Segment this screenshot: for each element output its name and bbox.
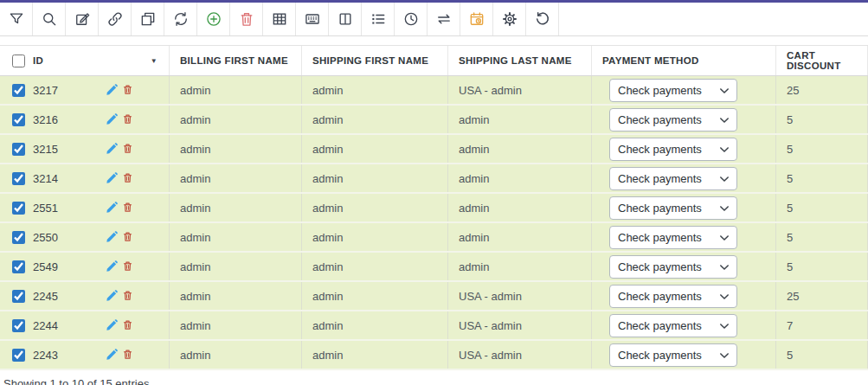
row-checkbox[interactable] (12, 202, 25, 215)
delete-row-icon[interactable] (122, 113, 133, 125)
shipping-first-name: admin (302, 76, 448, 104)
row-checkbox[interactable] (12, 290, 25, 303)
toolbar-button-list-view[interactable] (362, 3, 395, 35)
toolbar-button-table-view[interactable] (263, 3, 296, 35)
delete-row-icon[interactable] (122, 319, 133, 330)
shipping-first-name: admin (302, 106, 448, 133)
shipping-last-name: admin (448, 164, 592, 192)
edit-row-icon[interactable] (106, 201, 119, 214)
row-checkbox[interactable] (12, 113, 25, 126)
row-checkbox[interactable] (12, 349, 25, 362)
gear-icon (501, 10, 518, 28)
payment-method-select[interactable]: Check payments (609, 138, 737, 161)
column-header-shipping-last-name[interactable]: SHIPPING LAST NAME (448, 46, 592, 75)
delete-row-icon[interactable] (122, 172, 133, 183)
payment-method-select[interactable]: Check payments (609, 167, 737, 190)
billing-first-name: admin (170, 194, 302, 221)
edit-row-icon[interactable] (106, 112, 119, 125)
toolbar-button-settings[interactable] (493, 3, 526, 35)
edit-row-icon[interactable] (106, 260, 119, 273)
payment-method-cell: Check payments (592, 135, 776, 163)
cart-discount: 5 (776, 341, 868, 369)
row-checkbox[interactable] (12, 84, 25, 97)
orders-table: ID ▼ BILLING FIRST NAME SHIPPING FIRST N… (0, 45, 868, 370)
edit-row-icon[interactable] (106, 230, 119, 243)
row-id: 2551 (33, 202, 58, 215)
payment-method-select[interactable]: Check payments (609, 196, 737, 220)
id-cell: 3216 (0, 106, 170, 133)
payment-method-select[interactable]: Check payments (609, 343, 737, 367)
edit-row-icon[interactable] (106, 83, 119, 96)
payment-method-select[interactable]: Check payments (609, 314, 737, 337)
delete-row-icon[interactable] (122, 260, 133, 272)
shipping-last-name: admin (448, 135, 592, 163)
column-header-cart-discount[interactable]: CART DISCOUNT (776, 46, 868, 75)
toolbar-button-duplicate[interactable] (132, 3, 164, 35)
delete-row-icon[interactable] (122, 143, 133, 154)
delete-row-icon[interactable] (122, 202, 133, 213)
swap-arrows-icon (435, 10, 453, 28)
cart-discount: 25 (776, 76, 868, 104)
payment-method-select[interactable]: Check payments (609, 285, 737, 308)
edit-row-icon[interactable] (106, 348, 119, 361)
shipping-last-name: USA - admin (448, 311, 592, 339)
toolbar-button-history[interactable] (395, 3, 428, 35)
edit-row-icon[interactable] (106, 318, 119, 331)
row-id: 2244 (33, 319, 58, 332)
id-cell: 2549 (0, 253, 170, 280)
toolbar-button-link[interactable] (99, 3, 132, 35)
column-header-id[interactable]: ID ▼ (0, 46, 170, 75)
shipping-last-name: USA - admin (448, 341, 592, 369)
row-checkbox[interactable] (12, 143, 25, 156)
billing-first-name: admin (170, 253, 302, 280)
delete-row-icon[interactable] (122, 231, 133, 242)
edit-row-icon[interactable] (106, 142, 119, 155)
filter-icon (8, 10, 25, 28)
payment-method-cell: Check payments (592, 223, 776, 251)
row-checkbox[interactable] (12, 231, 25, 244)
delete-row-icon[interactable] (122, 290, 133, 301)
row-checkbox[interactable] (12, 319, 25, 332)
toolbar-button-inline-edit[interactable] (296, 3, 329, 35)
clock-icon (402, 10, 420, 28)
column-header-payment-method[interactable]: PAYMENT METHOD (592, 46, 776, 75)
delete-row-icon[interactable] (122, 84, 133, 95)
toolbar-button-filter[interactable] (0, 3, 33, 35)
shipping-first-name: admin (302, 311, 448, 339)
payment-method-select[interactable]: Check payments (609, 255, 737, 279)
toolbar-button-compare[interactable] (428, 3, 460, 35)
select-all-checkbox[interactable] (12, 55, 25, 67)
column-header-shipping-first-name[interactable]: SHIPPING FIRST NAME (302, 46, 448, 75)
toolbar-button-search[interactable] (33, 3, 66, 35)
edit-row-icon[interactable] (106, 171, 119, 184)
link-icon (106, 10, 124, 28)
billing-first-name: admin (170, 76, 302, 104)
payment-method-select[interactable]: Check payments (609, 79, 737, 102)
edit-icon (74, 10, 91, 28)
column-header-billing-first-name[interactable]: BILLING FIRST NAME (170, 46, 302, 75)
row-checkbox[interactable] (12, 172, 25, 185)
billing-first-name: admin (170, 341, 302, 369)
toolbar-button-edit[interactable] (66, 3, 99, 35)
table-row: 2245 admin admin USA - admin Check payme… (0, 282, 868, 311)
cart-discount: 5 (776, 135, 868, 163)
payment-method-cell: Check payments (592, 106, 776, 133)
toolbar-button-delete[interactable] (230, 3, 263, 35)
delete-row-icon[interactable] (122, 349, 133, 360)
payment-method-select[interactable]: Check payments (609, 108, 737, 132)
edit-row-icon[interactable] (106, 289, 119, 302)
sort-descending-icon[interactable]: ▼ (151, 57, 158, 65)
row-id: 3216 (33, 113, 58, 126)
toolbar-button-refresh[interactable] (164, 3, 197, 35)
row-id: 2243 (33, 349, 58, 362)
entries-status-text: Showing 1 to 10 of 15 entries (3, 377, 149, 385)
toolbar-button-reload[interactable] (526, 3, 559, 35)
payment-method-cell: Check payments (592, 341, 776, 369)
cart-discount: 5 (776, 194, 868, 221)
row-checkbox[interactable] (12, 260, 25, 273)
toolbar-button-columns[interactable] (329, 3, 362, 35)
payment-method-select[interactable]: Check payments (609, 226, 737, 249)
billing-first-name: admin (170, 164, 302, 192)
toolbar-button-date[interactable] (460, 3, 493, 35)
toolbar-button-add-new[interactable] (197, 3, 230, 35)
